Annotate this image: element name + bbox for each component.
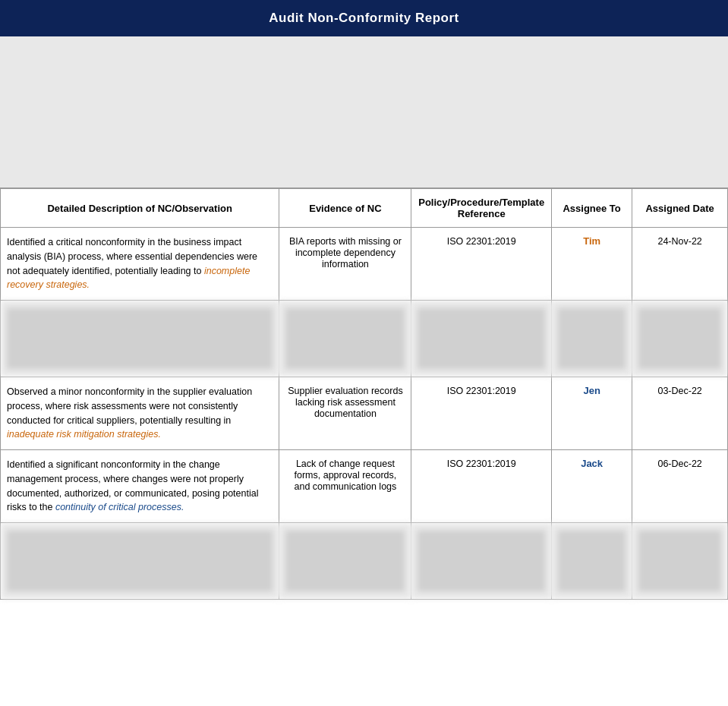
page-header: Audit Non-Conformity Report: [0, 0, 728, 36]
table-row: Observed a minor nonconformity in the su…: [1, 377, 728, 450]
col-header-description: Detailed Description of NC/Observation: [1, 189, 279, 228]
table-header-row: Detailed Description of NC/Observation E…: [1, 189, 728, 228]
description-cell: Identified a critical nonconformity in t…: [1, 228, 279, 301]
description-cell: Identified a significant nonconformity i…: [1, 450, 279, 523]
table-row: Identified a critical nonconformity in t…: [1, 228, 728, 301]
col-header-date: Assigned Date: [632, 189, 728, 228]
description-cell: Observed a minor nonconformity in the su…: [1, 377, 279, 450]
policy-cell: ISO 22301:2019: [411, 228, 552, 301]
policy-cell: ISO 22301:2019: [411, 377, 552, 450]
date-cell: 24-Nov-22: [632, 228, 728, 301]
evidence-cell: Supplier evaluation records lacking risk…: [279, 377, 411, 450]
policy-cell: ISO 22301:2019: [411, 450, 552, 523]
evidence-cell: Lack of change request forms, approval r…: [279, 450, 411, 523]
col-header-assignee: Assignee To: [551, 189, 632, 228]
col-header-policy: Policy/Procedure/Template Reference: [411, 189, 552, 228]
date-cell: 06-Dec-22: [632, 450, 728, 523]
assignee-cell: Jack: [551, 450, 632, 523]
col-header-evidence: Evidence of NC: [279, 189, 411, 228]
table-row: Identified a significant nonconformity i…: [1, 450, 728, 523]
top-section: [0, 36, 728, 188]
main-table: Detailed Description of NC/Observation E…: [0, 188, 728, 600]
table-row: [1, 523, 728, 600]
evidence-cell: BIA reports with missing or incomplete d…: [279, 228, 411, 301]
table-row: [1, 301, 728, 377]
date-cell: 03-Dec-22: [632, 377, 728, 450]
table-container: Detailed Description of NC/Observation E…: [0, 188, 728, 600]
assignee-cell: Jen: [551, 377, 632, 450]
assignee-cell: Tim: [551, 228, 632, 301]
